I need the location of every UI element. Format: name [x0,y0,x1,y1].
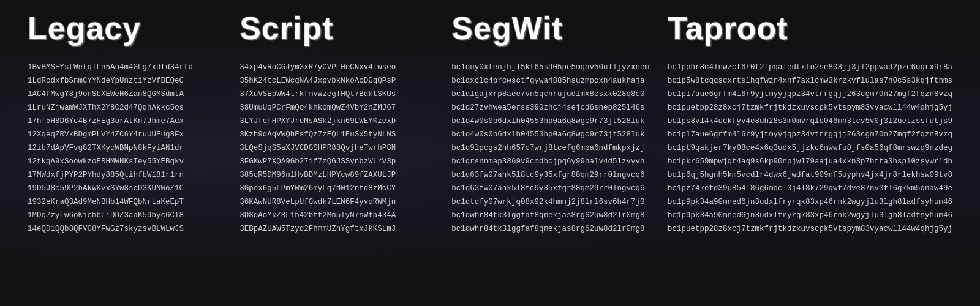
column-script: Script34xp4vRoCGJym3xR7yCVPFHoCNxv4Twseo… [230,12,442,235]
address-list-legacy: 1BvBMSEYstWetqTFn5Au4m4GFg7xdfd34rfd1LdR… [28,61,221,235]
address-item[interactable]: bc1q27zvhwea5erss390zhcj4sejcd6snep825l4… [451,102,649,114]
address-item[interactable]: bc1pt9qakjer7ky08ce4x6q3udx5jjzkc6mwwfu8… [668,142,952,154]
address-item[interactable]: bc1ps8vl4k4uckfyv4e8uh28s3m0mvrqls046mh3… [668,115,952,127]
address-item[interactable]: bc1pl7aue6grfm4l6r9yjtmyyjqpz34vtrrgqjj2… [668,129,952,141]
address-item[interactable]: 37XuVSEpWW4trkfmvWzegTHQt7BdktSKUs [239,88,433,100]
address-item[interactable]: 17hf5H8D6Yc4B7zHEg3orAtKn7Jhme7Adx [28,115,221,127]
address-item[interactable]: 12ib7dApVFvg82TXKycWBNpN8kFyiAN1dr [28,142,221,154]
address-item[interactable]: bc1puetpp28z8xcj7tzmkfrjtkdzxuvscpk5vtsp… [668,102,952,114]
address-item[interactable]: bc1p9pk34a90mned6jn3udxlfryrqk83xp46rnk2… [668,196,952,208]
address-item[interactable]: bc1p9pk34a90mned6jn3udxlfryrqk83xp46rnk2… [668,209,952,222]
address-item[interactable]: bc1pl7aue6grfm4l6r9yjtmyyjqpz34vtrrgqjj2… [668,88,952,100]
column-taproot: Taprootbc1pphr8c4lnwzcf6r0f2fpqaledtxlu2… [658,12,962,235]
address-item[interactable]: 3LQeSjqS5aXJVCDGSHPR88QvjheTwrhP8N [239,142,433,154]
address-list-script: 34xp4vRoCGJym3xR7yCVPFHoCNxv4Twseo35hK24… [239,61,433,235]
address-item[interactable]: bc1q4w0s0p6dxlh04553hp0a6q8wgc9r73jt528l… [451,115,649,127]
address-item[interactable]: bc1q4w0s0p6dxlh04553hp0a6q8wgc9r73jt528l… [451,129,649,141]
address-item[interactable]: 3D8qAoMkZ8F1b42btt2Mn5TyN7sWfa434A [239,209,433,222]
address-item[interactable]: bc1pphr8c4lnwzcf6r0f2fpqaledtxlu2se808jj… [668,61,952,73]
address-item[interactable]: bc1qwhr84tk3lggfaf8qmekjas8rg62uw8d2lr0m… [451,223,649,235]
address-item[interactable]: bc1puetpp28z8xcj7tzmkfrjtkdzxuvscpk5vtsp… [668,223,952,235]
address-item[interactable]: bc1qxclc4prcwsctfqywa4885hsuzmpcxn4aukha… [451,75,649,87]
address-item[interactable]: bc1qlgajxrp8aee7vn5qcnrujudlmx8csxk028q8… [451,88,649,100]
column-title-script: Script [239,12,433,44]
address-item[interactable]: 1LruNZjwamWJXThX2Y8C2d47QqhAkkc5os [28,102,221,114]
address-item[interactable]: 3Kzh9qAqVWQhEsfQz7zEQL1EuSx5tyNLNS [239,129,433,141]
address-item[interactable]: 1BvBMSEYstWetqTFn5Au4m4GFg7xdfd34rfd [28,61,221,73]
address-item[interactable]: 3FGKwP7XQA9Gb27if7zQGJSSynbzWLrV3p [239,155,433,168]
main-columns: Legacy1BvBMSEYstWetqTFn5Au4m4GFg7xdfd34r… [0,12,980,235]
column-title-segwit: SegWit [451,12,649,44]
address-item[interactable]: 1AC4fMwgY8j9onSbXEWeH6Zan8QGMSdmtA [28,88,221,100]
address-item[interactable]: bc1p6qj5hgnh5km5vcdlr4dwx6jwdfat909nf5uy… [668,169,952,181]
address-item[interactable]: 17MWdxfjPYP2PYhdy885QtihfbW181r1rn [28,169,221,181]
address-list-segwit: bc1quy0xfenjhjl5kf65sd05pe5mqnv50nlljyźx… [451,61,649,235]
column-title-legacy: Legacy [28,12,221,44]
address-item[interactable]: 34xp4vRoCGJym3xR7yCVPFHoCNxv4Twseo [239,61,433,73]
column-segwit: SegWitbc1quy0xfenjhjl5kf65sd05pe5mqnv50n… [442,12,658,235]
address-item[interactable]: 385cR5DM96n1HvBDMzLHPYcw89fZAXULJP [239,169,433,181]
address-item[interactable]: bc1q63fw07ahk5l8tc9y35xfgr88qm29rr0lngvc… [451,182,649,195]
address-item[interactable]: bc1qwhr84tk3lggfaf8qmekjas8rg62uw8d2lr0m… [451,209,649,222]
address-item[interactable]: 19D5J8c59P2bAkWKvxSYw8scD3KUNWoZ1C [28,182,221,195]
address-item[interactable]: 14eQD1QQb8QFVG8YFwGz7skyzsvBLWLwJS [28,223,221,235]
address-item[interactable]: 3EBpAZUAW5Tzyd2FhmmUZnYgftxJkKSLmJ [239,223,433,235]
address-item[interactable]: bc1q63fw07ahk5l8tc9y35xfgr88qm29rr0lngvc… [451,169,649,181]
column-legacy: Legacy1BvBMSEYstWetqTFn5Au4m4GFg7xdfd34r… [18,12,230,235]
address-item[interactable]: 36KAwNUR8VeLpUfGwdk7LEN6F4yvoRWMjn [239,196,433,208]
address-item[interactable]: bc1quy0xfenjhjl5kf65sd05pe5mqnv50nlljyźx… [451,61,649,73]
address-list-taproot: bc1pphr8c4lnwzcf6r0f2fpqaledtxlu2se808jj… [668,61,952,235]
address-item[interactable]: 12tkqA9xSoowkzoERHMWNKsTey55YEBqkv [28,155,221,168]
column-title-taproot: Taproot [668,12,952,44]
address-item[interactable]: 12XqeqZRVkBDgmPLVY4ZC6Y4ruUUEug8Fx [28,129,221,141]
address-item[interactable]: bc1p5w8tcqqscxrtslhqfwzr4xnf7axlcmw3krzk… [668,75,952,87]
address-item[interactable]: bc1pz74kefd39u854l86g6mdcl0j4l8k729qwf7d… [668,182,952,195]
address-item[interactable]: 3Gpex6g5FPmYWm26myFq7dW12ntd8zMcCY [239,182,433,195]
address-item[interactable]: bc1pkr659mpwjqt4aq9s6kp90npjwl79aajua4xk… [668,155,952,168]
address-item[interactable]: 1MDq7zyLw6oKichbFiDDZ3aaK59byc6CT8 [28,209,221,222]
address-item[interactable]: bc1qtdfy07wrkjq08x92k4hmnj2j8lrl6sv6h4r7… [451,196,649,208]
address-item[interactable]: 1932eKraQ3Ad9MeNBHb14WFQbNrLaKeEpT [28,196,221,208]
address-item[interactable]: 38UmuUqPCrFmQo4khkomQwZ4VbY2nZMJ67 [239,102,433,114]
address-item[interactable]: 1LdRcdxfbSnmCYYNdeYpUnztiYzVfBEQeC [28,75,221,87]
address-item[interactable]: bc1q9lpcgs2hh657c7wrj8tcefg6mpa6ndfmkpxj… [451,142,649,154]
address-item[interactable]: 3LYJfcfHPXYJreMsASk2jkn69LWEYKzexb [239,115,433,127]
address-item[interactable]: bc1qrsnnmap3869v9cmdhcjpq6y99halv4d5lzvy… [451,155,649,168]
address-item[interactable]: 35hK24tcLEWcgNA4JxpvbkNkoAcDGqQPsP [239,75,433,87]
